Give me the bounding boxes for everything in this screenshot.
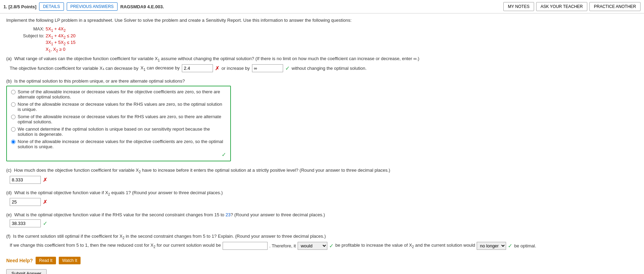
part-c-letter: (c) xyxy=(6,168,13,173)
part-f: (f) Is the current solution still optima… xyxy=(6,234,638,250)
part-d-question: What is the optimal objective function v… xyxy=(14,190,223,195)
part-a-answer-row: The objective function coefficient for v… xyxy=(10,64,638,72)
radio-label-1: None of the allowable increase or decrea… xyxy=(18,102,226,112)
radio-input-0[interactable] xyxy=(11,90,16,94)
part-d-label: (d) What is the optimal objective functi… xyxy=(6,190,638,196)
details-button[interactable]: DETAILS xyxy=(39,2,64,11)
part-a-x1: X1 can decrease by xyxy=(141,65,180,72)
part-e-question: What is the optimal objective function v… xyxy=(14,212,325,217)
practice-another-button[interactable]: PRACTICE ANOTHER xyxy=(589,2,641,11)
main-content: Implement the following LP problem in a … xyxy=(0,13,644,274)
part-a-sentence1: The objective function coefficient for v… xyxy=(10,66,139,71)
part-f-sentence3: be profitable to increase the value of X… xyxy=(335,243,475,249)
constraint2-row: 3X1 + 5X2 ≤ 15 xyxy=(17,40,638,46)
problem-id: RAGSMDA9 4.E.003. xyxy=(120,4,164,9)
top-bar-right: MY NOTES ASK YOUR TEACHER PRACTICE ANOTH… xyxy=(503,2,641,11)
radio-input-4[interactable] xyxy=(11,140,16,144)
part-a-increase-status-icon: ✓ xyxy=(285,65,290,72)
part-a-letter: (a) xyxy=(6,56,13,61)
constraint2: 3X1 + 5X2 ≤ 15 xyxy=(46,40,76,46)
radio-label-3: We cannot determine if the optimal solut… xyxy=(18,126,226,137)
radio-input-1[interactable] xyxy=(11,102,16,107)
ask-teacher-button[interactable]: ASK YOUR TEACHER xyxy=(536,2,587,11)
watch-it-button[interactable]: Watch It xyxy=(59,257,81,264)
part-a-sentence3: without changing the optimal solution. xyxy=(292,66,367,71)
part-a-decrease-input[interactable] xyxy=(182,64,213,72)
part-b-options: Some of the allowable increase or decrea… xyxy=(6,86,231,161)
part-f-sentence1: If we change this coefficient from 5 to … xyxy=(10,243,221,249)
part-e-answer-row: ✓ xyxy=(10,219,638,227)
submit-row: Submit Answer xyxy=(6,269,638,274)
part-a-question: What range of values can the objective f… xyxy=(14,56,419,61)
part-d-input[interactable] xyxy=(10,198,41,206)
constraint3: X1, X2 ≥ 0 xyxy=(46,47,65,53)
previous-answers-button[interactable]: PREVIOUS ANSWERS xyxy=(67,2,118,11)
part-c-question: How much does the objective function coe… xyxy=(14,168,390,173)
part-e-letter: (e) xyxy=(6,212,13,217)
part-f-letter: (f) xyxy=(6,234,12,239)
radio-option-2: Some of the allowable increase or decrea… xyxy=(11,114,226,124)
part-e-input[interactable] xyxy=(10,219,41,227)
part-c: (c) How much does the objective function… xyxy=(6,168,638,184)
radio-label-0: Some of the allowable increase or decrea… xyxy=(18,89,226,100)
radio-option-0: Some of the allowable increase or decrea… xyxy=(11,89,226,100)
part-f-label: (f) Is the current solution still optima… xyxy=(6,234,638,240)
read-it-button[interactable]: Read It xyxy=(36,257,56,264)
part-f-dropdown2-status-icon: ✓ xyxy=(508,243,512,249)
part-e: (e) What is the optimal objective functi… xyxy=(6,212,638,227)
part-c-label: (c) How much does the objective function… xyxy=(6,168,638,174)
part-f-answer-row: If we change this coefficient from 5 to … xyxy=(10,242,638,250)
part-c-status-icon: ✗ xyxy=(43,177,47,183)
part-f-dropdown2[interactable]: no longer still xyxy=(477,242,506,250)
radio-input-2[interactable] xyxy=(11,115,16,119)
radio-input-3[interactable] xyxy=(11,127,16,132)
part-a-increase-input[interactable] xyxy=(252,64,283,72)
radio-label-2: Some of the allowable increase or decrea… xyxy=(18,114,226,124)
constraint1: 2X1 + 4X2 ≤ 20 xyxy=(46,33,76,39)
part-d: (d) What is the optimal objective functi… xyxy=(6,190,638,206)
max-label: MAX: xyxy=(17,26,44,31)
radio-option-1: None of the allowable increase or decrea… xyxy=(11,102,226,112)
part-b-letter: (b) xyxy=(6,78,13,84)
part-d-answer-row: ✗ xyxy=(10,198,638,206)
part-d-letter: (d) xyxy=(6,190,13,195)
max-row: MAX: 5X1 + 4X2 xyxy=(17,26,638,32)
part-f-question: Is the current solution still optimal if… xyxy=(13,234,326,239)
radio-option-3: We cannot determine if the optimal solut… xyxy=(11,126,226,137)
need-help-label: Need Help? xyxy=(6,258,33,263)
subject-row: Subject to: 2X1 + 4X2 ≤ 20 xyxy=(17,33,638,39)
math-block: MAX: 5X1 + 4X2 Subject to: 2X1 + 4X2 ≤ 2… xyxy=(17,26,638,53)
part-e-label: (e) What is the optimal objective functi… xyxy=(6,212,638,217)
constraint3-row: X1, X2 ≥ 0 xyxy=(17,47,638,53)
part-a-label: (a) What range of values can the objecti… xyxy=(6,56,638,62)
part-d-status-icon: ✗ xyxy=(43,199,47,205)
part-a-sentence2: or increase by xyxy=(222,66,250,71)
my-notes-button[interactable]: MY NOTES xyxy=(503,2,534,11)
part-e-status-icon: ✓ xyxy=(43,220,47,227)
part-b-check-row: ✓ xyxy=(11,151,226,158)
part-a: (a) What range of values can the objecti… xyxy=(6,56,638,72)
problem-intro: Implement the following LP problem in a … xyxy=(6,18,638,23)
top-bar: 1. [2.8/5 Points] DETAILS PREVIOUS ANSWE… xyxy=(0,0,644,13)
subject-label: Subject to: xyxy=(17,33,44,38)
radio-option-4: None of the allowable increase or decrea… xyxy=(11,139,226,149)
points-label: 1. [2.8/5 Points] xyxy=(3,4,36,9)
part-b: (b) Is the optimal solution to this prob… xyxy=(6,78,638,161)
part-f-reduced-cost-input[interactable] xyxy=(223,242,268,250)
part-f-sentence4: be optimal. xyxy=(514,243,536,248)
radio-label-4: None of the allowable increase or decrea… xyxy=(18,139,226,149)
part-f-dropdown1[interactable]: would would not xyxy=(298,242,327,250)
need-help-row: Need Help? Read It Watch It xyxy=(6,257,638,264)
part-f-dropdown1-status-icon: ✓ xyxy=(329,243,334,249)
part-b-label: (b) Is the optimal solution to this prob… xyxy=(6,78,638,84)
submit-button[interactable]: Submit Answer xyxy=(6,269,47,274)
max-expr: 5X1 + 4X2 xyxy=(46,26,66,32)
part-b-status-icon: ✓ xyxy=(222,151,226,158)
part-c-answer-row: ✗ xyxy=(10,176,638,184)
part-c-input[interactable] xyxy=(10,176,41,184)
top-bar-left: 1. [2.8/5 Points] DETAILS PREVIOUS ANSWE… xyxy=(3,2,164,11)
part-b-question: Is the optimal solution to this problem … xyxy=(14,78,185,84)
part-f-sentence2: . Therefore, it xyxy=(269,243,296,248)
part-a-decrease-status-icon: ✗ xyxy=(215,65,220,72)
